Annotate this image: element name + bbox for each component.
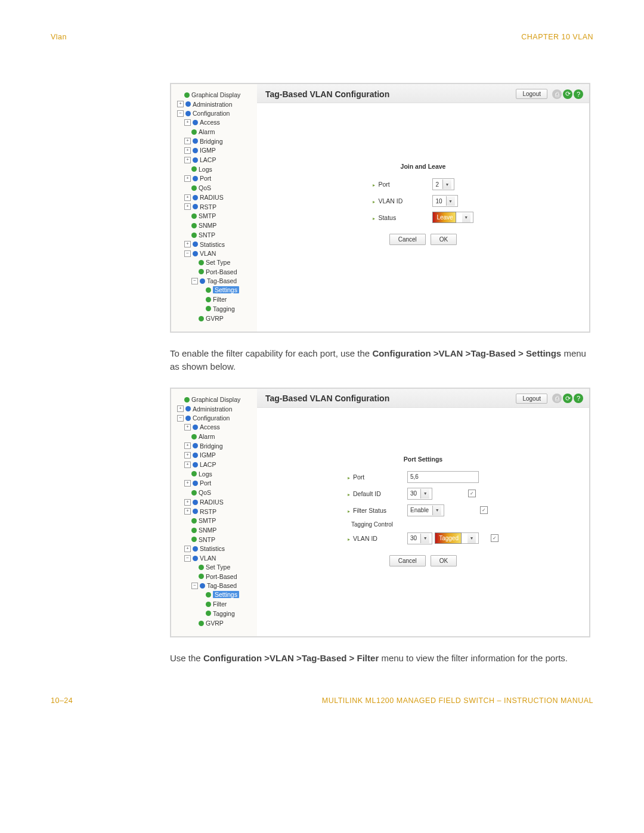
vlanid-select[interactable]: 10▼ (432, 195, 457, 207)
tree-qos[interactable]: QoS (199, 184, 211, 191)
tree-vlan[interactable]: VLAN (200, 250, 216, 257)
filterstatus-select[interactable]: Enable▼ (407, 504, 444, 516)
expander-icon[interactable]: + (184, 480, 191, 487)
tree-radius[interactable]: RADIUS (200, 194, 224, 201)
expander-icon[interactable]: + (184, 462, 191, 468)
tree-snmp[interactable]: SNMP (199, 222, 216, 229)
expander-icon[interactable]: + (184, 147, 191, 154)
tree-config[interactable]: Configuration (193, 110, 230, 117)
tree-graphical[interactable]: Graphical Display (191, 91, 240, 98)
tree-gvrp[interactable]: GVRP (206, 315, 224, 322)
nav-tree[interactable]: Graphical Display +Administration −Confi… (171, 84, 257, 332)
tree-stats[interactable]: Statistics (200, 545, 225, 552)
expander-icon[interactable]: + (184, 119, 191, 126)
tree-logs[interactable]: Logs (199, 165, 212, 172)
tree-radius[interactable]: RADIUS (200, 498, 224, 506)
tree-config[interactable]: Configuration (193, 414, 230, 422)
tree-portbased[interactable]: Port-Based (206, 268, 237, 275)
tree-tagbased[interactable]: Tag-Based (207, 582, 237, 589)
expander-icon[interactable]: − (177, 110, 184, 117)
help-icon[interactable]: ? (574, 394, 583, 403)
refresh-icon[interactable]: ⟳ (563, 394, 572, 403)
nav-tree[interactable]: Graphical Display +Administration −Confi… (171, 389, 257, 636)
help-icon[interactable]: ? (574, 89, 583, 99)
tree-bridging[interactable]: Bridging (200, 137, 223, 144)
tree-access[interactable]: Access (200, 423, 220, 431)
expander-icon[interactable]: + (184, 499, 191, 506)
tree-logs[interactable]: Logs (199, 470, 212, 477)
tree-sntp[interactable]: SNTP (199, 231, 215, 239)
cancel-button[interactable]: Cancel (389, 234, 426, 245)
tree-admin[interactable]: Administration (193, 405, 233, 412)
tree-gvrp[interactable]: GVRP (206, 620, 224, 627)
defaultid-select[interactable]: 30▼ (407, 488, 432, 500)
tree-snmp[interactable]: SNMP (199, 527, 216, 534)
expander-icon[interactable]: + (184, 203, 191, 210)
tree-settings[interactable]: Settings (213, 591, 239, 598)
tree-access[interactable]: Access (200, 119, 220, 126)
expander-icon[interactable]: + (184, 452, 191, 459)
logout-button[interactable]: Logout (516, 394, 547, 404)
expander-icon[interactable]: − (191, 278, 198, 284)
tree-tagbased[interactable]: Tag-Based (207, 277, 237, 284)
expander-icon[interactable]: − (177, 415, 184, 422)
print-icon[interactable]: ⎙ (552, 394, 562, 403)
tree-smtp[interactable]: SMTP (199, 517, 216, 524)
tree-tagging[interactable]: Tagging (213, 305, 235, 312)
expander-icon[interactable]: + (177, 101, 184, 107)
vlanid-checkbox[interactable]: ✓ (491, 534, 499, 542)
cancel-button[interactable]: Cancel (389, 555, 426, 566)
expander-icon[interactable]: + (184, 157, 191, 163)
expander-icon[interactable]: + (184, 424, 191, 431)
expander-icon[interactable]: − (184, 555, 191, 562)
tree-rstp[interactable]: RSTP (200, 507, 216, 515)
port-input[interactable]: 5,6 (407, 471, 479, 483)
expander-icon[interactable]: + (184, 138, 191, 144)
tree-filter[interactable]: Filter (213, 296, 227, 303)
status-select[interactable]: Leave (432, 212, 456, 223)
tree-rstp[interactable]: RSTP (200, 203, 216, 210)
defaultid-checkbox[interactable]: ✓ (468, 490, 476, 497)
ok-button[interactable]: OK (431, 234, 457, 245)
expander-icon[interactable]: − (191, 583, 198, 589)
vlanid-select[interactable]: 30▼ (407, 532, 432, 544)
print-icon[interactable]: ⎙ (552, 89, 562, 99)
ok-button[interactable]: OK (431, 555, 457, 566)
tree-port[interactable]: Port (200, 479, 211, 487)
tree-admin[interactable]: Administration (193, 100, 233, 107)
tree-settings[interactable]: Settings (213, 286, 239, 293)
tree-smtp[interactable]: SMTP (199, 212, 216, 219)
vlanid-tag-select[interactable]: Tagged (435, 532, 462, 544)
tree-qos[interactable]: QoS (199, 489, 211, 496)
tree-stats[interactable]: Statistics (200, 240, 225, 247)
port-label: Port (373, 181, 432, 188)
tree-portbased[interactable]: Port-Based (206, 572, 237, 580)
expander-icon[interactable]: + (184, 175, 191, 182)
expander-icon[interactable]: + (184, 442, 191, 449)
port-select[interactable]: 2▼ (432, 178, 454, 190)
tree-filter[interactable]: Filter (213, 600, 227, 608)
filterstatus-checkbox[interactable]: ✓ (480, 506, 488, 514)
tree-tagging[interactable]: Tagging (213, 609, 235, 617)
tree-igmp[interactable]: IGMP (200, 451, 216, 459)
tree-settype[interactable]: Set Type (206, 259, 230, 266)
tree-port[interactable]: Port (200, 175, 211, 182)
expander-icon[interactable]: + (184, 546, 191, 552)
expander-icon[interactable]: + (184, 241, 191, 247)
tree-graphical[interactable]: Graphical Display (191, 396, 240, 403)
tree-alarm[interactable]: Alarm (199, 128, 215, 135)
tree-vlan[interactable]: VLAN (200, 555, 216, 562)
logout-button[interactable]: Logout (516, 89, 547, 99)
expander-icon[interactable]: + (184, 508, 191, 515)
tree-bridging[interactable]: Bridging (200, 442, 223, 449)
tree-sntp[interactable]: SNTP (199, 535, 215, 543)
tree-lacp[interactable]: LACP (200, 156, 216, 163)
tree-lacp[interactable]: LACP (200, 461, 216, 468)
expander-icon[interactable]: + (184, 194, 191, 201)
expander-icon[interactable]: + (177, 405, 184, 412)
tree-settype[interactable]: Set Type (206, 563, 230, 571)
tree-alarm[interactable]: Alarm (199, 433, 215, 440)
tree-igmp[interactable]: IGMP (200, 147, 216, 154)
refresh-icon[interactable]: ⟳ (563, 89, 572, 99)
expander-icon[interactable]: − (184, 250, 191, 257)
